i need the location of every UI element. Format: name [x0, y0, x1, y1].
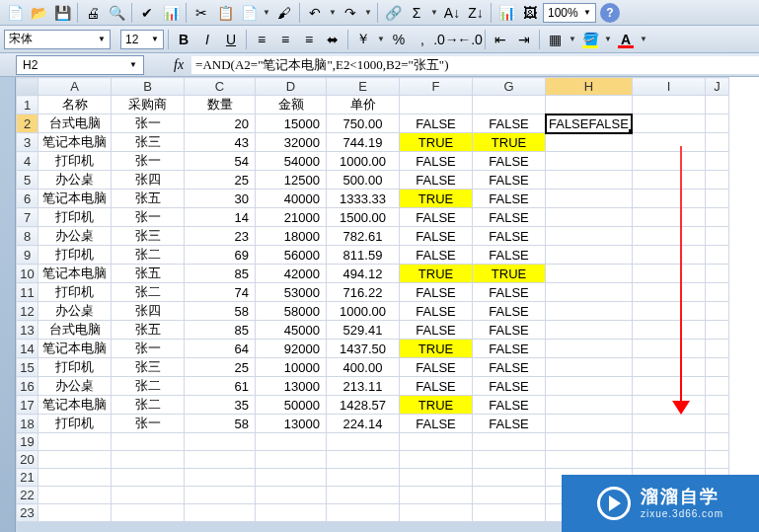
merge-icon[interactable]: ⬌ — [322, 29, 343, 50]
row-header-23[interactable]: 23 — [17, 504, 38, 522]
cell-F2[interactable]: FALSE — [400, 114, 473, 133]
cell-J14[interactable] — [705, 340, 728, 358]
cell-E7[interactable]: 1500.00 — [327, 208, 400, 227]
cell-A13[interactable]: 台式电脑 — [38, 321, 112, 340]
bold-icon[interactable]: B — [173, 29, 194, 50]
col-header-G[interactable]: G — [473, 78, 546, 96]
cell-A14[interactable]: 笔记本电脑 — [38, 340, 112, 358]
cell-D8[interactable]: 18000 — [256, 227, 327, 246]
cell-F17[interactable]: TRUE — [400, 396, 473, 415]
col-header-D[interactable]: D — [256, 78, 327, 96]
cell-B9[interactable]: 张二 — [112, 246, 185, 265]
cell-F15[interactable]: FALSE — [400, 358, 473, 377]
row-header-3[interactable]: 3 — [17, 133, 38, 152]
formula-input[interactable]: =AND(A2="笔记本电脑",E2<1000,B2="张五") — [191, 56, 759, 74]
cell-J5[interactable] — [705, 171, 728, 190]
cell-D20[interactable] — [256, 451, 327, 469]
cell-C21[interactable] — [185, 469, 256, 487]
row-header-1[interactable]: 1 — [17, 96, 38, 114]
cell-F12[interactable]: FALSE — [400, 302, 473, 321]
font-color-icon[interactable]: A — [615, 29, 637, 50]
cell-A6[interactable]: 笔记本电脑 — [38, 190, 112, 208]
research-icon[interactable]: 📊 — [160, 2, 182, 24]
align-center-icon[interactable]: ≡ — [274, 29, 296, 50]
cell-D18[interactable]: 13000 — [256, 415, 327, 433]
cell-I17[interactable] — [632, 396, 705, 415]
cell-F4[interactable]: FALSE — [400, 152, 473, 171]
cell-I5[interactable] — [632, 171, 705, 190]
save-icon[interactable]: 💾 — [51, 2, 73, 24]
print-icon[interactable]: 🖨 — [82, 2, 104, 24]
cell-C2[interactable]: 20 — [185, 114, 256, 133]
cell-J3[interactable] — [705, 133, 728, 152]
row-header-18[interactable]: 18 — [17, 415, 38, 433]
cell-B6[interactable]: 张五 — [112, 190, 185, 208]
fx-label[interactable]: fx — [174, 57, 184, 73]
cell-C15[interactable]: 25 — [185, 358, 256, 377]
cell-C14[interactable]: 64 — [185, 340, 256, 358]
cell-J19[interactable] — [705, 433, 728, 451]
cell-H1[interactable] — [546, 96, 633, 114]
row-header-5[interactable]: 5 — [17, 171, 38, 190]
cell-H10[interactable] — [546, 265, 633, 283]
cell-A9[interactable]: 打印机 — [38, 246, 112, 265]
undo-dropdown[interactable]: ▼ — [328, 2, 338, 24]
borders-icon[interactable]: ▦ — [544, 29, 566, 50]
cell-F22[interactable] — [400, 487, 473, 504]
cell-E8[interactable]: 782.61 — [327, 227, 400, 246]
cell-G2[interactable]: FALSE — [473, 114, 546, 133]
cell-E12[interactable]: 1000.00 — [327, 302, 400, 321]
cell-J8[interactable] — [705, 227, 728, 246]
col-header-B[interactable]: B — [112, 78, 185, 96]
cell-F14[interactable]: TRUE — [400, 340, 473, 358]
cell-D4[interactable]: 54000 — [256, 152, 327, 171]
cell-B5[interactable]: 张四 — [112, 171, 185, 190]
cell-F1[interactable] — [400, 96, 473, 114]
cell-H8[interactable] — [546, 227, 633, 246]
cell-C16[interactable]: 61 — [185, 377, 256, 396]
cell-G11[interactable]: FALSE — [473, 283, 546, 302]
cell-G7[interactable]: FALSE — [473, 208, 546, 227]
cell-I6[interactable] — [632, 190, 705, 208]
cell-E5[interactable]: 500.00 — [327, 171, 400, 190]
cell-A21[interactable] — [38, 469, 112, 487]
cell-B2[interactable]: 张一 — [112, 114, 185, 133]
cell-C10[interactable]: 85 — [185, 265, 256, 283]
cell-H17[interactable] — [546, 396, 633, 415]
col-header-J[interactable]: J — [705, 78, 728, 96]
fill-color-icon[interactable]: 🪣 — [579, 29, 601, 50]
align-right-icon[interactable]: ≡ — [298, 29, 320, 50]
cell-C11[interactable]: 74 — [185, 283, 256, 302]
cell-A16[interactable]: 办公桌 — [38, 377, 112, 396]
cell-H20[interactable] — [546, 451, 633, 469]
cell-C12[interactable]: 58 — [185, 302, 256, 321]
cell-B7[interactable]: 张一 — [112, 208, 185, 227]
cell-J17[interactable] — [705, 396, 728, 415]
cell-I7[interactable] — [632, 208, 705, 227]
row-header-13[interactable]: 13 — [17, 321, 38, 340]
font-name-select[interactable]: 宋体▼ — [4, 30, 111, 49]
cell-J15[interactable] — [705, 358, 728, 377]
cell-F8[interactable]: FALSE — [400, 227, 473, 246]
cell-F5[interactable]: FALSE — [400, 171, 473, 190]
cell-E21[interactable] — [327, 469, 400, 487]
cell-G23[interactable] — [473, 504, 546, 522]
cut-icon[interactable]: ✂ — [190, 2, 212, 24]
cell-G16[interactable]: FALSE — [473, 377, 546, 396]
cell-E3[interactable]: 744.19 — [327, 133, 400, 152]
cell-F13[interactable]: FALSE — [400, 321, 473, 340]
cell-C8[interactable]: 23 — [185, 227, 256, 246]
cell-H13[interactable] — [546, 321, 633, 340]
cell-G17[interactable]: FALSE — [473, 396, 546, 415]
cell-H15[interactable] — [546, 358, 633, 377]
cell-G4[interactable]: FALSE — [473, 152, 546, 171]
row-header-6[interactable]: 6 — [17, 190, 38, 208]
cell-C18[interactable]: 58 — [185, 415, 256, 433]
preview-icon[interactable]: 🔍 — [106, 2, 127, 24]
row-header-12[interactable]: 12 — [17, 302, 38, 321]
cell-J1[interactable] — [705, 96, 728, 114]
cell-I20[interactable] — [632, 451, 705, 469]
cell-D19[interactable] — [256, 433, 327, 451]
cell-E23[interactable] — [327, 504, 400, 522]
cell-F19[interactable] — [400, 433, 473, 451]
